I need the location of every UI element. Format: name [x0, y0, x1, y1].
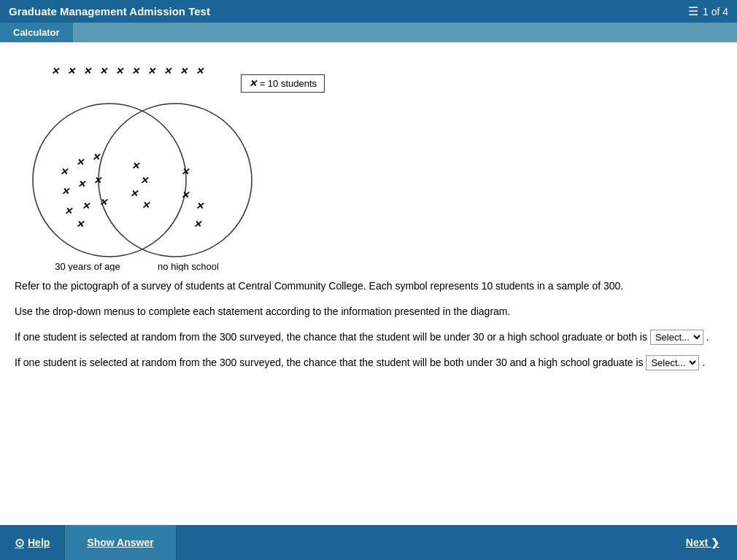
sym-m1: ✕ [131, 160, 140, 171]
symbol-top-6: ✕ [131, 66, 140, 77]
paragraph-2: Use the drop-down menus to complete each… [15, 304, 722, 319]
right-circle [99, 104, 252, 257]
sym-l1: ✕ [60, 166, 69, 177]
sym-m4: ✕ [142, 200, 150, 211]
footer: ⊙ Help Show Answer Next ❯ [0, 525, 737, 560]
sym-l4: ✕ [61, 186, 70, 197]
sym-l6: ✕ [93, 175, 102, 186]
page-label: 1 of 4 [703, 6, 728, 18]
para3-before: If one student is selected at random fro… [15, 331, 647, 343]
show-answer-button[interactable]: Show Answer [64, 525, 176, 560]
symbol-top-5: ✕ [115, 66, 124, 77]
sym-l5: ✕ [77, 179, 86, 190]
symbol-top-8: ✕ [163, 66, 172, 77]
sym-l3: ✕ [92, 152, 101, 163]
page-indicator: ☰ 1 of 4 [688, 4, 728, 18]
main-content: ✕ ✕ ✕ ✕ ✕ ✕ ✕ ✕ ✕ ✕ ✕ ✕ ✕ ✕ ✕ ✕ ✕ ✕ ✕ ✕ [0, 42, 737, 512]
symbol-top-9: ✕ [180, 66, 188, 77]
para4-after: . [702, 357, 705, 368]
paragraph-4: If one student is selected at random fro… [15, 355, 722, 370]
sym-m3: ✕ [130, 188, 139, 199]
symbol-top-7: ✕ [147, 66, 156, 77]
sym-r1: ✕ [181, 166, 190, 177]
left-circle-label-1: 30 years of age [55, 261, 120, 271]
next-button[interactable]: Next ❯ [668, 537, 737, 548]
right-circle-label-1: no high school [158, 261, 219, 271]
tab-calculator[interactable]: Calculator [0, 23, 74, 42]
sym-r2: ✕ [181, 190, 190, 201]
sym-r4: ✕ [193, 219, 202, 230]
show-answer-label: Show Answer [87, 537, 153, 548]
para3-after: . [706, 331, 709, 343]
dropdown-2[interactable]: Select... 1/10 1/6 1/5 1/4 1/3 1/2 2/3 3… [646, 355, 699, 370]
help-label: Help [28, 537, 50, 548]
help-icon: ⊙ [15, 536, 24, 550]
legend-box: ✕ = 10 students [241, 74, 325, 93]
symbol-top-1: ✕ [51, 66, 60, 77]
sym-l10: ✕ [76, 219, 85, 230]
para4-before: If one student is selected at random fro… [15, 357, 644, 368]
sym-l8: ✕ [82, 201, 90, 211]
left-circle [33, 104, 186, 257]
paragraph-3: If one student is selected at random fro… [15, 330, 722, 345]
symbol-top-10: ✕ [196, 66, 204, 77]
venn-diagram-container: ✕ ✕ ✕ ✕ ✕ ✕ ✕ ✕ ✕ ✕ ✕ ✕ ✕ ✕ ✕ ✕ ✕ ✕ ✕ ✕ [15, 52, 365, 271]
pages-icon: ☰ [688, 4, 698, 18]
symbol-top-4: ✕ [99, 66, 108, 77]
symbol-top-3: ✕ [83, 66, 92, 77]
dropdown-1[interactable]: Select... 1/10 1/6 1/5 1/4 1/3 1/2 2/3 3… [650, 330, 703, 345]
sym-l2: ✕ [76, 157, 85, 168]
sym-r3: ✕ [196, 201, 204, 211]
sym-l7: ✕ [64, 206, 73, 217]
sym-l9: ✕ [99, 197, 108, 208]
sym-m2: ✕ [140, 175, 149, 186]
tab-bar: Calculator [0, 23, 737, 42]
app-header: Graduate Management Admission Test ☰ 1 o… [0, 0, 737, 23]
legend-text: = 10 students [260, 78, 317, 89]
help-button[interactable]: ⊙ Help [0, 536, 64, 550]
legend-symbol: ✕ [249, 78, 257, 89]
app-title: Graduate Management Admission Test [9, 5, 210, 18]
paragraph-1: Refer to the pictograph of a survey of s… [15, 279, 722, 294]
next-label: Next ❯ [686, 537, 719, 548]
symbol-top-2: ✕ [67, 66, 76, 77]
